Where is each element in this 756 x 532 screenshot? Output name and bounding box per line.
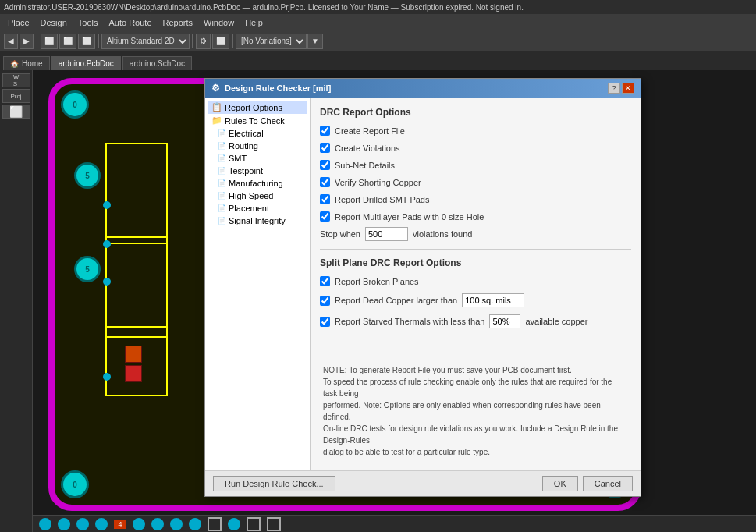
checkbox-multilayer[interactable] [320, 211, 330, 222]
leaf-icon-3: 📄 [218, 154, 226, 162]
tree-signal-integrity[interactable]: 📄 Signal Integrity [208, 215, 307, 227]
red-block-bottom-1 [125, 346, 142, 363]
tree-manufacturing[interactable]: 📄 Manufacturing [208, 177, 307, 190]
dialog-controls: ? ✕ [608, 83, 634, 94]
checkbox-create-violations[interactable] [320, 143, 330, 153]
section-title-drc: DRC Report Options [320, 107, 631, 118]
left-project[interactable]: Proj [2, 89, 30, 103]
left-circle-2: 5 [74, 256, 101, 282]
tree-smt[interactable]: 📄 SMT [208, 152, 307, 165]
split-checkbox-label-3: Report Starved Thermals with less than [335, 317, 484, 326]
tab-home[interactable]: 🏠 Home [3, 56, 50, 70]
leaf-icon-5: 📄 [218, 179, 226, 187]
dialog-close-btn[interactable]: ✕ [622, 83, 634, 94]
checkbox-subnet-details[interactable] [320, 160, 330, 170]
stop-when-row: Stop when violations found [320, 227, 631, 241]
stop-when-suffix: violations found [413, 229, 472, 239]
leaf-icon-7: 📄 [218, 204, 226, 212]
small-circle-3 [103, 278, 111, 286]
checkbox-broken-planes[interactable] [320, 276, 330, 286]
dialog-help-btn[interactable]: ? [608, 83, 620, 94]
checkbox-row-3: Sub-Net Details [320, 158, 631, 172]
checkbox-row-5: Report Drilled SMT Pads [320, 193, 631, 206]
toolbar-btn-6[interactable]: ⚙ [196, 34, 211, 49]
tree-high-speed[interactable]: 📄 High Speed [208, 190, 307, 202]
tab-pcbdoc[interactable]: arduino.PcbDoc [51, 56, 121, 70]
left-item3[interactable]: ⬜ [2, 105, 30, 119]
toolbar-btn-8[interactable]: ▼ [307, 34, 323, 49]
menu-place[interactable]: Place [3, 16, 34, 29]
tree-panel: 📋 Report Options 📁 Rules To Check 📄 Elec… [205, 98, 311, 470]
checkbox-row-6: Report Multilayer Pads with 0 size Hole [320, 210, 631, 223]
leaf-icon-4: 📄 [218, 167, 226, 175]
content-panel: DRC Report Options Create Report File Cr… [311, 98, 641, 470]
menu-reports[interactable]: Reports [158, 16, 198, 29]
dialog-footer: Run Design Rule Check... OK Cancel [205, 470, 641, 496]
toolbar-btn-7[interactable]: ⬜ [212, 34, 229, 49]
dead-copper-input[interactable] [462, 293, 524, 307]
dialog: ⚙ Design Rule Checker [mil] ? ✕ 📋 Report… [204, 78, 641, 497]
stop-when-label: Stop when [320, 229, 360, 239]
view-dropdown[interactable]: Altium Standard 2D [101, 34, 190, 49]
tree-rules-to-check[interactable]: 📁 Rules To Check [208, 114, 307, 127]
toolbar-btn-1[interactable]: ◀ [4, 34, 18, 49]
tree-electrical[interactable]: 📄 Electrical [208, 127, 307, 140]
small-circle-1 [103, 201, 111, 209]
dialog-title: ⚙ Design Rule Checker [mil] [211, 83, 331, 94]
ok-button[interactable]: OK [542, 476, 578, 491]
stop-when-input[interactable] [365, 227, 408, 241]
leaf-icon-1: 📄 [218, 129, 226, 137]
left-workspace[interactable]: WS [2, 73, 30, 87]
checkbox-row-2: Create Violations [320, 141, 631, 154]
corner-tl: 0 [61, 90, 89, 119]
menu-bar: Place Design Tools Auto Route Reports Wi… [0, 14, 756, 31]
corner-bl: 0 [61, 470, 89, 498]
tree-report-options[interactable]: 📋 Report Options [208, 101, 307, 114]
checkbox-label-6: Report Multilayer Pads with 0 size Hole [335, 212, 484, 222]
checkbox-label-1: Create Report File [335, 126, 405, 136]
toolbar-btn-4[interactable]: ⬜ [59, 34, 76, 49]
dialog-body: 📋 Report Options 📁 Rules To Check 📄 Elec… [205, 98, 641, 470]
variations-dropdown[interactable]: [No Variations] [236, 34, 307, 49]
menu-window[interactable]: Window [199, 16, 239, 29]
split-checkbox-row-1: Report Broken Planes [320, 275, 631, 288]
status-circle-7 [170, 518, 183, 530]
checkbox-verify-shorting[interactable] [320, 177, 330, 187]
toolbar-btn-2[interactable]: ▶ [20, 34, 34, 49]
dialog-title-bar: ⚙ Design Rule Checker [mil] ? ✕ [205, 79, 641, 98]
toolbar-btn-3[interactable]: ⬜ [41, 34, 58, 49]
status-number-badge: 4 [114, 520, 126, 529]
folder-icon-1: 📋 [211, 102, 222, 112]
note-text: NOTE: To generate Report File you must s… [320, 361, 631, 461]
leaf-icon-2: 📄 [218, 142, 226, 150]
title-bar: Administrator.USER-20190630WN\Desktop\ar… [0, 0, 756, 14]
tree-placement[interactable]: 📄 Placement [208, 202, 307, 215]
menu-design[interactable]: Design [36, 16, 72, 29]
status-circle-1 [39, 518, 51, 530]
toolbar-btn-5[interactable]: ⬜ [78, 34, 95, 49]
status-square-1 [208, 517, 222, 531]
tab-schdoc[interactable]: arduino.SchDoc [122, 56, 192, 70]
status-square-2 [247, 517, 261, 531]
checkbox-report-drilled[interactable] [320, 194, 330, 204]
left-panel: WS Proj ⬜ [0, 70, 33, 532]
cancel-button[interactable]: Cancel [583, 476, 633, 491]
run-drc-button[interactable]: Run Design Rule Check... [213, 476, 335, 491]
checkbox-label-4: Verify Shorting Copper [335, 178, 421, 187]
split-checkbox-label-1: Report Broken Planes [335, 277, 419, 286]
checkbox-label-3: Sub-Net Details [335, 161, 395, 170]
tree-testpoint[interactable]: 📄 Testpoint [208, 165, 307, 177]
checkbox-dead-copper[interactable] [320, 296, 330, 306]
menu-autoroute[interactable]: Auto Route [104, 16, 156, 29]
menu-tools[interactable]: Tools [73, 16, 103, 29]
yellow-rect-1 [105, 143, 168, 244]
checkbox-starved-thermals[interactable] [320, 317, 330, 327]
red-block-bottom-2 [125, 365, 142, 382]
tree-routing[interactable]: 📄 Routing [208, 140, 307, 152]
checkbox-create-report[interactable] [320, 126, 330, 136]
starved-input[interactable] [489, 314, 520, 328]
checkbox-row-4: Verify Shorting Copper [320, 176, 631, 189]
menu-help[interactable]: Help [240, 16, 268, 29]
section-title-split: Split Plane DRC Report Options [320, 257, 631, 268]
status-circle-4 [95, 518, 108, 530]
